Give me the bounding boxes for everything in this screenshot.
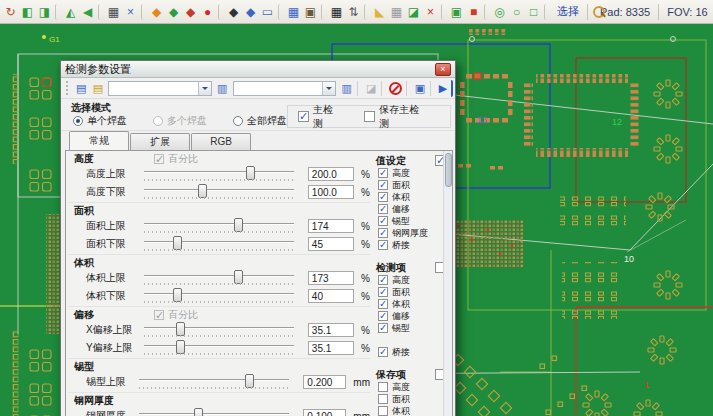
edit-icon[interactable]: ◪ — [363, 80, 380, 97]
slider-thumb[interactable] — [234, 218, 243, 232]
slider[interactable] — [144, 322, 294, 338]
radio-all-pads[interactable]: 全部焊盘 — [233, 114, 287, 128]
radio-icon[interactable] — [153, 116, 163, 126]
apply-template-1-icon[interactable]: ▥ — [214, 80, 231, 97]
radio-single-pad[interactable]: 单个焊盘 — [73, 114, 127, 128]
radio-multi-pad[interactable]: 多个焊盘 — [153, 114, 207, 128]
chevron-down-icon[interactable] — [198, 82, 211, 95]
scrollbar-thumb[interactable] — [445, 153, 452, 187]
slider[interactable] — [144, 184, 294, 200]
checkbox-item[interactable]: 偏移 — [376, 203, 446, 215]
camera-icon[interactable]: ▣ — [302, 3, 319, 21]
template-combobox-2[interactable] — [233, 81, 337, 96]
circle-tool-icon[interactable]: ○ — [508, 3, 525, 21]
flip-horizontal-icon[interactable]: ◧ — [19, 3, 36, 21]
value-input[interactable]: 35.1 — [308, 323, 354, 337]
value-input[interactable]: 0.100 — [303, 409, 346, 416]
value-input[interactable]: 100.0 — [308, 185, 354, 199]
circle-target-icon[interactable]: ◎ — [491, 3, 508, 21]
vertical-scrollbar[interactable] — [443, 151, 452, 416]
sort-az-icon[interactable]: ⇅ — [345, 3, 362, 21]
slider[interactable] — [144, 288, 294, 304]
checkbox-icon[interactable] — [378, 299, 388, 309]
grid-icon[interactable]: ▦ — [388, 3, 405, 21]
checkbox-item[interactable]: 锡型 — [376, 322, 446, 334]
main-detect-checkbox[interactable]: 主检测 — [298, 103, 342, 131]
value-input[interactable]: 0.200 — [303, 375, 346, 389]
checkbox-item[interactable]: 桥接 — [376, 239, 446, 251]
checkbox-item[interactable]: 高度 — [376, 274, 446, 286]
image-adjust-icon[interactable]: ▦ — [105, 3, 122, 21]
value-input[interactable]: 200.0 — [308, 167, 354, 181]
selection-box-icon[interactable]: ▭ — [259, 3, 276, 21]
delete-icon[interactable]: × — [422, 3, 439, 21]
checkbox-item[interactable]: 体积 — [376, 191, 446, 203]
radio-icon[interactable] — [233, 116, 243, 126]
checkbox-icon[interactable] — [378, 216, 388, 226]
checkbox-icon[interactable] — [378, 275, 388, 285]
checkbox-item[interactable]: 体积 — [376, 405, 446, 416]
save-main-detect-checkbox[interactable]: 保存主检测 — [364, 103, 428, 131]
pin-blue-icon[interactable]: ◆ — [242, 3, 259, 21]
checkbox-icon[interactable] — [378, 204, 388, 214]
checkbox-icon[interactable] — [154, 310, 164, 320]
rotate-icon[interactable]: ↻ — [2, 3, 19, 21]
dialog-titlebar[interactable]: 检测参数设置 × — [61, 61, 455, 78]
slider[interactable] — [144, 340, 294, 356]
rect-tool-icon[interactable]: □ — [525, 3, 542, 21]
checkbox-item[interactable]: 体积 — [376, 298, 446, 310]
open-template-icon[interactable]: ▤ — [73, 80, 90, 97]
measure-triangle-icon[interactable]: ◭ — [62, 3, 79, 21]
flip-vertical-icon[interactable]: ◨ — [36, 3, 53, 21]
checkbox-item[interactable]: 偏移 — [376, 310, 446, 322]
slider-thumb[interactable] — [246, 166, 255, 180]
tab-rgb[interactable]: RGB — [191, 133, 251, 150]
value-input[interactable]: 40 — [308, 289, 354, 303]
slider-thumb[interactable] — [245, 374, 254, 388]
radio-icon[interactable] — [73, 116, 83, 126]
edit-chart-icon[interactable]: ◪ — [405, 3, 422, 21]
location-pin-icon[interactable]: ● — [199, 3, 216, 21]
save-icon[interactable]: ▣ — [412, 80, 429, 97]
slider-thumb[interactable] — [176, 322, 185, 336]
template-combobox-1[interactable] — [108, 81, 212, 96]
checkbox-icon[interactable] — [378, 382, 388, 392]
checkbox-item[interactable] — [376, 334, 446, 346]
checkbox-item[interactable]: 面积 — [376, 286, 446, 298]
checkbox-icon[interactable] — [378, 240, 388, 250]
percent-checkbox[interactable]: 百分比 — [154, 308, 198, 322]
ruler-icon[interactable]: ◣ — [371, 3, 388, 21]
checkbox-icon[interactable] — [378, 394, 388, 404]
prohibit-icon[interactable] — [387, 80, 404, 97]
select-mode-button[interactable]: 选择 — [551, 4, 585, 19]
checkbox-icon[interactable] — [378, 347, 388, 357]
tab-extended[interactable]: 扩展 — [130, 133, 190, 150]
pin-black-icon[interactable]: ◆ — [225, 3, 242, 21]
slider-thumb[interactable] — [198, 184, 207, 198]
checkbox-icon[interactable] — [378, 311, 388, 321]
checkbox-item[interactable]: 锡型 — [376, 215, 446, 227]
checkbox-icon[interactable] — [378, 287, 388, 297]
slider-thumb[interactable] — [173, 288, 182, 302]
percent-checkbox[interactable]: 百分比 — [154, 152, 198, 166]
checkbox-item[interactable]: 面积 — [376, 179, 446, 191]
tile-view-icon[interactable]: ▦ — [328, 3, 345, 21]
cone-marker-icon[interactable]: ◀ — [79, 3, 96, 21]
checkbox-icon[interactable] — [298, 111, 309, 122]
pin-orange-icon[interactable]: ◆ — [148, 3, 165, 21]
add-template-icon[interactable]: ▤ — [90, 80, 107, 97]
checkbox-item[interactable]: 高度 — [376, 167, 446, 179]
checkbox-item[interactable]: 钢网厚度 — [376, 227, 446, 239]
checkbox-icon[interactable] — [364, 111, 375, 122]
checkbox-icon[interactable] — [378, 323, 388, 333]
apply-template-2-icon[interactable]: ▥ — [338, 80, 355, 97]
checkbox-icon[interactable] — [378, 228, 388, 238]
slider-thumb[interactable] — [176, 340, 185, 354]
slider[interactable] — [139, 374, 289, 390]
close-icon[interactable]: × — [435, 63, 451, 76]
slider[interactable] — [144, 270, 294, 286]
checkbox-icon[interactable] — [154, 154, 164, 164]
checkbox-item[interactable]: 桥接 — [376, 346, 446, 358]
confirm-icon[interactable]: ▣ — [448, 3, 465, 21]
slider-thumb[interactable] — [194, 408, 203, 416]
